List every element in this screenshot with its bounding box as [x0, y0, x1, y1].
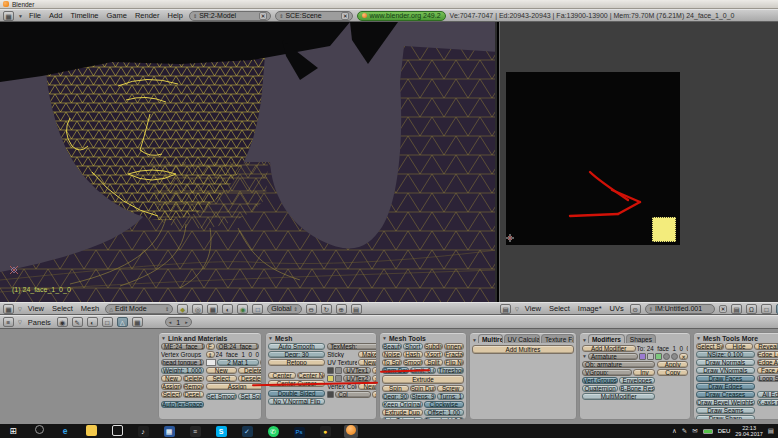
object-context-icon[interactable]: □ [102, 317, 113, 327]
panel-collapse-icon[interactable]: ▼ [268, 335, 273, 341]
threshold2-field[interactable]: Threshold 0.800 [424, 417, 465, 420]
edge-icon[interactable]: e [58, 425, 72, 438]
scene-selector[interactable]: ⇕ SCE:Scene ✕ [275, 11, 353, 21]
screw-button[interactable]: Screw [437, 385, 464, 392]
col-name-field[interactable]: Col [335, 391, 371, 398]
buttons-collapse-icon[interactable]: ▽ [18, 319, 22, 325]
quaternion-toggle[interactable]: Quaternion [582, 385, 618, 392]
extrude-dup-button[interactable]: Extrude Dup [382, 409, 423, 416]
shading-context-icon[interactable]: ◐ [87, 317, 98, 327]
uvtex2-delete-icon[interactable]: ✕ [372, 375, 377, 382]
store-icon[interactable] [110, 425, 124, 438]
tray-pen-icon[interactable]: ✎ [682, 427, 687, 435]
b-bone-rest-toggle[interactable]: B-Bone Res [619, 385, 655, 392]
panel-collapse-icon[interactable]: ▼ [161, 335, 166, 341]
reveal-button[interactable]: Reveal [754, 343, 778, 350]
keep-original-toggle[interactable]: Keep Original [382, 401, 423, 408]
auto-smooth-toggle[interactable]: Auto Smooth [268, 343, 325, 350]
music-app-icon[interactable]: ♪ [136, 425, 150, 438]
short-toggle[interactable]: Short [403, 343, 423, 350]
uv-menu-uvs[interactable]: UVs [608, 304, 626, 313]
subdivide-button[interactable]: Subdivide [424, 343, 444, 350]
screen-selector[interactable]: ⇕ SR:2-Model ✕ [189, 11, 271, 21]
nsize-field[interactable]: NSize: 0.100 [696, 351, 755, 358]
center-new-button[interactable]: Center New [297, 372, 325, 379]
clockwise-toggle[interactable]: Clockwise [424, 401, 465, 408]
material-browse-icon[interactable]: ⇕ [206, 351, 215, 358]
skype-icon[interactable]: S [214, 425, 228, 438]
search-icon[interactable] [32, 425, 46, 438]
set-solid-button[interactable]: Set Solid [238, 393, 262, 400]
add-multires-button[interactable]: Add Multires [472, 345, 574, 354]
pencil-icon[interactable] [335, 375, 342, 382]
image-close-icon[interactable]: ✕ [719, 305, 727, 313]
beauty-toggle[interactable]: Beauty [382, 343, 402, 350]
modifier-move-up-icon[interactable] [663, 353, 670, 360]
menu-help[interactable]: Help [166, 11, 185, 20]
draw-sharp-toggle[interactable]: Draw Sharp [696, 415, 755, 420]
3d-viewport-canvas[interactable] [0, 22, 497, 302]
innervert-button[interactable]: Innervert [444, 343, 464, 350]
uv-image-canvas[interactable] [506, 72, 680, 245]
vgroup-remove-button[interactable]: Remove [183, 383, 204, 390]
viewport-menu-mesh[interactable]: Mesh [79, 304, 101, 313]
retopo-button[interactable]: Retopo [268, 359, 325, 366]
uv-menu-image[interactable]: Image* [576, 304, 604, 313]
menu-game[interactable]: Game [104, 11, 128, 20]
degr-field[interactable]: Degr: 30 [268, 351, 325, 358]
notes-app-icon[interactable]: ≡ [188, 425, 202, 438]
extrude-button[interactable]: Extrude [382, 375, 464, 384]
vgroup-deselect-button[interactable]: Desel. [183, 391, 204, 398]
material-index-field[interactable]: 2 Mat 1 [217, 359, 259, 366]
start-button[interactable]: ⊞ [6, 425, 20, 438]
center-cursor-button[interactable]: Center Cursor [268, 380, 325, 387]
whatsapp-icon[interactable]: ✆ [266, 425, 280, 438]
modifier-render-icon[interactable] [639, 353, 646, 360]
spin-dup-button[interactable]: Spin Dup [410, 385, 437, 392]
double-sided-toggle[interactable]: Double Sided [268, 390, 325, 397]
viewport-editor-type-icon[interactable]: ▦ [3, 304, 14, 314]
viewport-collapse-icon[interactable]: ▽ [18, 306, 22, 312]
mat-new-button[interactable]: New [206, 367, 237, 374]
blender-taskbar-icon[interactable] [344, 425, 358, 438]
degr-field[interactable]: Degr: 90.00 [382, 393, 409, 400]
manipulator-scale-icon[interactable]: ⊕ [336, 304, 347, 314]
viewport-menu-view[interactable]: View [26, 304, 46, 313]
buttons-editor-type-icon[interactable]: ≡ [3, 317, 14, 327]
editor-type-icon[interactable]: ▦ [3, 11, 14, 21]
menu-add[interactable]: Add [47, 11, 64, 20]
menu-timeline[interactable]: Timeline [68, 11, 100, 20]
screen-close-icon[interactable]: ✕ [259, 12, 267, 20]
fake-user-button[interactable]: F [206, 343, 215, 350]
armature-object-field[interactable]: Ob: armature [582, 361, 655, 368]
render-preview-icon[interactable]: ▤ [351, 304, 362, 314]
modifier-move-down-icon[interactable] [671, 353, 678, 360]
logic-context-icon[interactable]: ◉ [57, 317, 68, 327]
noise-button[interactable]: Noise [382, 351, 402, 358]
spin-button[interactable]: Spin [382, 385, 409, 392]
apply-button[interactable]: Apply [657, 361, 688, 368]
loop-select-dropdown[interactable]: Loop Select [757, 375, 778, 382]
uv-image-editor[interactable] [499, 22, 778, 302]
messenger-icon[interactable]: ● [318, 425, 332, 438]
script-context-icon[interactable]: ✎ [72, 317, 83, 327]
modifier-name-field[interactable]: Armature [588, 353, 638, 360]
uv-collapse-icon[interactable]: ▽ [515, 306, 519, 312]
todo-app-icon[interactable]: ✓ [240, 425, 254, 438]
vgroup-assign-button[interactable]: Assign [161, 383, 182, 390]
layer-grid-icon[interactable]: ▦ [207, 304, 218, 314]
mat-assign-button[interactable]: Assign [206, 383, 262, 390]
no-vnormal-flip-toggle[interactable]: No V.Normal Flip [268, 398, 325, 405]
flip-normals-button[interactable]: Flip Normals [444, 359, 464, 366]
gamma-curves-icon[interactable]: Ω [746, 304, 757, 314]
draw-seams-toggle[interactable]: Draw Seams [696, 407, 755, 414]
autotexspace-toggle[interactable]: AutoTexSpace [161, 401, 204, 408]
vgroup-delete-button[interactable]: Delete [183, 375, 204, 382]
mode-dropdown[interactable]: △ Edit Mode ⇕ [105, 304, 173, 314]
hash-button[interactable]: Hash [403, 351, 423, 358]
modifier-delete-icon[interactable]: ✕ [679, 353, 688, 360]
join-triangles-toggle[interactable]: Join Triangles [382, 417, 423, 420]
editing-context-icon[interactable]: △ [117, 317, 128, 327]
image-browse-icon[interactable]: ▤ [731, 304, 742, 314]
uv-menu-view[interactable]: View [523, 304, 543, 313]
